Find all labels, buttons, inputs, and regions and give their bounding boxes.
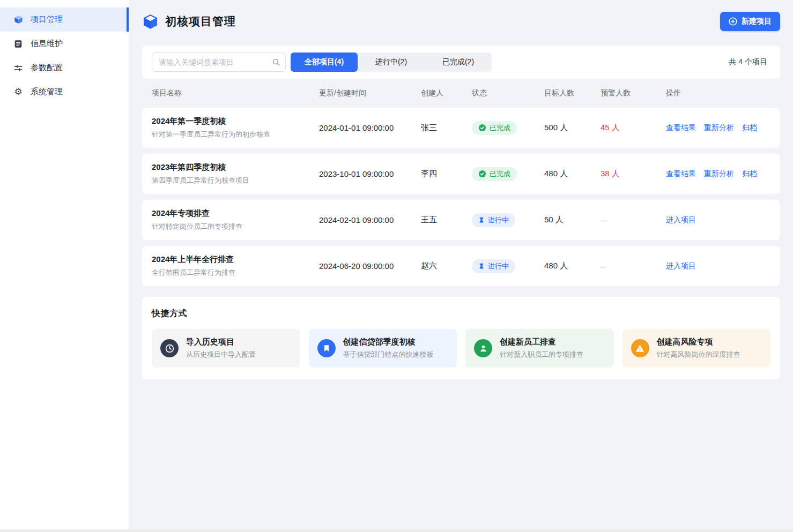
shortcut-card-credit-quarter[interactable]: 创建信贷部季度初核 基于信贷部门特点的快速模板	[309, 329, 457, 368]
project-description: 针对特定岗位员工的专项排查	[152, 222, 319, 231]
warning-icon	[631, 339, 649, 357]
sidebar-item-label: 参数配置	[31, 63, 63, 73]
column-header-time: 更新/创建时间	[319, 88, 421, 98]
project-table: 2024年第一季度初核 针对第一季度员工异常行为的初步核查 2024-01-01…	[142, 108, 780, 286]
sidebar-item-label: 系统管理	[31, 87, 63, 97]
tab-label: 全部项目(4)	[305, 57, 344, 67]
shortcut-title: 创建信贷部季度初核	[343, 337, 434, 347]
row-actions: 进入项目	[666, 261, 770, 271]
project-time: 2024-06-20 09:00:00	[319, 261, 421, 271]
status-badge: 已完成	[472, 121, 517, 135]
project-name: 2024年专项排查	[152, 208, 319, 219]
project-name: 2024年上半年全行排查	[152, 254, 319, 265]
action-link[interactable]: 归档	[742, 123, 757, 133]
tab-label: 已完成(2)	[442, 57, 474, 67]
project-name-cell: 2024年上半年全行排查 全行范围员工异常行为排查	[152, 254, 319, 278]
sliders-icon	[13, 63, 24, 73]
page-header-left: 初核项目管理	[142, 13, 236, 30]
row-actions: 查看结果重新分析归档	[666, 123, 770, 133]
column-header-warning: 预警人数	[601, 88, 666, 98]
page-header: 初核项目管理 新建项目	[142, 8, 780, 35]
action-link[interactable]: 重新分析	[704, 169, 734, 179]
filter-tabs: 全部项目(4)进行中(2)已完成(2)	[291, 53, 492, 72]
column-header-actions: 操作	[666, 88, 770, 98]
table-row: 2023年第四季度初核 第四季度员工异常行为核查项目 2023-10-01 09…	[142, 154, 780, 194]
action-link[interactable]: 进入项目	[666, 215, 696, 225]
sidebar-item-info[interactable]: 信息维护	[0, 32, 129, 56]
shortcuts-section: 快捷方式 导入历史项目 从历史项目中导入配置 创建信贷部季度初核 基于信贷部门特…	[142, 297, 780, 379]
project-status-cell: 进行中	[472, 259, 544, 273]
status-badge-label: 已完成	[490, 123, 510, 133]
column-header-status: 状态	[472, 88, 544, 98]
action-link[interactable]: 查看结果	[666, 169, 696, 179]
project-warning-count: 38 人	[601, 169, 666, 179]
tab-progress[interactable]: 进行中(2)	[358, 53, 425, 72]
tab-all[interactable]: 全部项目(4)	[291, 53, 358, 72]
status-badge: 进行中	[472, 213, 515, 227]
clock-icon	[160, 339, 179, 357]
sidebar-item-label: 信息维护	[31, 39, 63, 49]
shortcuts-title: 快捷方式	[152, 308, 770, 319]
status-badge: 进行中	[472, 259, 515, 273]
action-link[interactable]: 归档	[742, 169, 757, 179]
sidebar-item-projects[interactable]: 项目管理	[0, 8, 129, 32]
project-name-cell: 2024年第一季度初核 针对第一季度员工异常行为的初步核查	[152, 116, 319, 139]
status-badge-label: 已完成	[490, 169, 510, 179]
plus-circle-icon	[729, 17, 737, 26]
search-input[interactable]	[152, 53, 286, 72]
project-time: 2024-01-01 09:00:00	[319, 123, 421, 132]
shortcut-card-high-risk[interactable]: 创建高风险专项 针对高风险岗位的深度排查	[622, 329, 771, 368]
hourglass-icon	[478, 263, 485, 269]
action-link[interactable]: 进入项目	[666, 261, 696, 271]
action-link[interactable]: 重新分析	[704, 123, 734, 133]
tab-done[interactable]: 已完成(2)	[425, 53, 492, 72]
check-circle-icon	[478, 124, 486, 132]
shortcut-title: 创建新员工排查	[500, 337, 583, 347]
shortcut-card-new-employee[interactable]: 创建新员工排查 针对新入职员工的专项排查	[465, 329, 614, 368]
toolbar: 全部项目(4)进行中(2)已完成(2) 共 4 个项目	[142, 46, 780, 79]
project-creator: 王五	[421, 215, 472, 225]
sidebar-item-system[interactable]: ⚙ 系统管理	[0, 80, 129, 104]
column-header-creator: 创建人	[421, 88, 472, 98]
column-header-name: 项目名称	[152, 88, 319, 98]
shortcut-description: 从历史项目中导入配置	[186, 350, 256, 359]
project-description: 第四季度员工异常行为核查项目	[152, 176, 319, 185]
project-name-cell: 2023年第四季度初核 第四季度员工异常行为核查项目	[152, 162, 319, 185]
project-creator: 张三	[421, 123, 472, 133]
cube-icon	[13, 14, 24, 25]
app-logo-cube-icon	[142, 13, 159, 30]
shortcut-card-import-history[interactable]: 导入历史项目 从历史项目中导入配置	[152, 329, 300, 368]
project-name-cell: 2024年专项排查 针对特定岗位员工的专项排查	[152, 208, 319, 231]
action-link[interactable]: 查看结果	[666, 123, 696, 133]
shortcut-title: 导入历史项目	[186, 337, 256, 347]
new-project-button[interactable]: 新建项目	[720, 12, 780, 31]
document-icon	[13, 39, 24, 49]
shortcut-description: 针对新入职员工的专项排查	[500, 350, 583, 359]
column-header-target: 目标人数	[544, 88, 601, 98]
status-badge-label: 进行中	[488, 215, 509, 225]
page-title: 初核项目管理	[165, 14, 236, 29]
project-status-cell: 已完成	[472, 167, 544, 181]
project-warning-count: –	[601, 215, 666, 224]
row-actions: 进入项目	[666, 215, 770, 225]
window-bottom-edge	[0, 529, 793, 532]
status-badge: 已完成	[472, 167, 517, 181]
table-row: 2024年上半年全行排查 全行范围员工异常行为排查 2024-06-20 09:…	[142, 246, 780, 286]
shortcut-description: 基于信贷部门特点的快速模板	[343, 350, 434, 359]
hourglass-icon	[478, 216, 485, 223]
check-circle-icon	[478, 170, 486, 178]
main-content: 初核项目管理 新建项目 全部项目(4)进行中(2)已完成(2) 共 4 个项目	[129, 0, 793, 532]
project-target-count: 480 人	[544, 261, 601, 271]
project-warning-count: –	[601, 261, 666, 271]
sidebar-item-label: 项目管理	[31, 14, 63, 25]
project-target-count: 480 人	[544, 169, 601, 179]
bookmark-icon	[317, 339, 336, 357]
sidebar-item-params[interactable]: 参数配置	[0, 56, 129, 80]
project-time: 2024-02-01 09:00:00	[319, 215, 421, 224]
project-status-cell: 进行中	[472, 213, 544, 227]
project-target-count: 500 人	[544, 123, 601, 133]
search-icon[interactable]	[272, 58, 280, 69]
table-row: 2024年第一季度初核 针对第一季度员工异常行为的初步核查 2024-01-01…	[142, 108, 780, 148]
project-time: 2023-10-01 09:00:00	[319, 169, 421, 178]
shortcut-title: 创建高风险专项	[657, 337, 740, 347]
